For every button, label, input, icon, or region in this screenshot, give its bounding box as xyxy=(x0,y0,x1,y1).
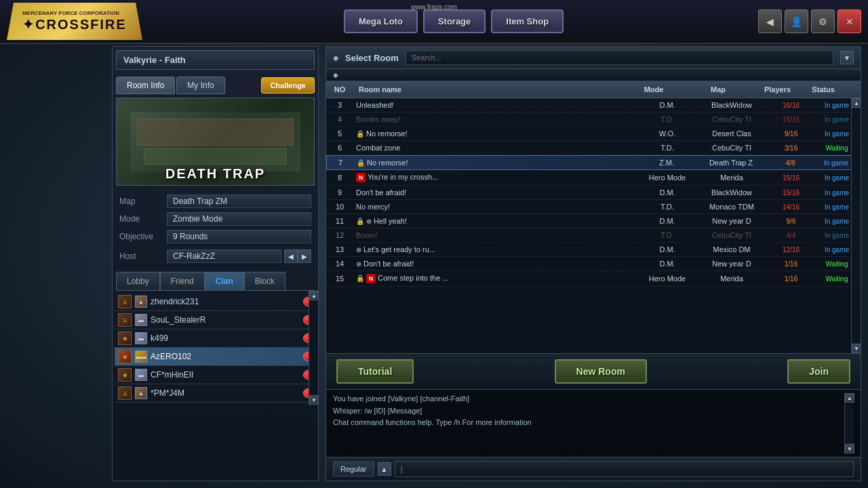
room-name: Unleashed! xyxy=(353,100,640,110)
list-item[interactable]: ⚔ ▬ SouL_StealerR xyxy=(115,311,316,329)
room-no: 15 xyxy=(326,274,353,283)
table-row[interactable]: 7 🔒No remorse! Z.M. Death Trap Z 4/8 In … xyxy=(326,155,861,170)
room-filter-input[interactable] xyxy=(406,50,833,65)
friend-tab[interactable]: Friend xyxy=(160,272,205,290)
room-no: 5 xyxy=(326,129,353,138)
chat-scroll-up[interactable]: ▲ xyxy=(845,393,854,403)
tutorial-button[interactable]: Tutorial xyxy=(336,359,414,384)
room-mode: D.M. xyxy=(640,188,694,197)
room-name: 🔒⊕Hell yeah! xyxy=(353,216,640,226)
room-map: Desert Clas xyxy=(694,129,769,138)
room-no: 10 xyxy=(326,202,353,211)
room-name: ⊕Don't be afraid! xyxy=(353,259,640,268)
map-preview: DEATH TRAP xyxy=(116,98,315,186)
profile-button[interactable]: 👤 xyxy=(785,9,808,33)
list-item[interactable]: ⚔ ▲ zhendrick231 xyxy=(115,293,316,311)
room-no: 11 xyxy=(326,216,353,226)
join-button[interactable]: Join xyxy=(787,359,850,384)
room-name: Boom! xyxy=(353,230,640,240)
challenge-button[interactable]: Challenge xyxy=(261,77,315,94)
table-row[interactable]: 5 🔒No remorse! W.O. Desert Clas 9/16 In … xyxy=(326,127,861,141)
social-tabs: Lobby Friend Clan Block xyxy=(116,272,315,291)
room-scroll-up[interactable]: ▲ xyxy=(852,98,861,108)
room-no: 14 xyxy=(326,259,353,268)
list-item[interactable]: ⚔ ▲ *PM*J4M xyxy=(115,384,316,403)
player-name: AzERO102 xyxy=(151,352,300,361)
tab-my-info[interactable]: My Info xyxy=(176,77,224,94)
room-no: 4 xyxy=(326,115,353,124)
left-panel: Valkyrie - Faith Room Info My Info Chall… xyxy=(112,46,319,481)
room-map: BlackWidow xyxy=(694,100,769,110)
list-item[interactable]: ★ ▬▬ AzERO102 xyxy=(115,348,316,366)
chat-message-1: You have joined [Valkyrie] [channel-Fait… xyxy=(333,393,854,405)
room-players: 15/16 xyxy=(769,188,813,197)
room-name: ⊕Let's get ready to ru... xyxy=(353,245,640,254)
next-room-arrow[interactable]: ▶ xyxy=(298,249,311,263)
room-players: 15/16 xyxy=(769,174,813,182)
block-tab[interactable]: Block xyxy=(244,272,285,290)
table-row[interactable]: 11 🔒⊕Hell yeah! D.M. New year D 9/6 In g… xyxy=(326,214,861,228)
room-mode: T.D. xyxy=(640,230,694,240)
chat-mode-selector[interactable]: Regular xyxy=(333,462,374,476)
chat-scroll-down[interactable]: ▼ xyxy=(845,444,854,453)
player-name: zhendrick231 xyxy=(151,297,300,306)
list-item[interactable]: ★ ▬ CF*mHinEII xyxy=(115,366,316,384)
right-panel: ◆ Select Room ▼ ◆ NO Room name Mode Map … xyxy=(326,46,861,481)
mode-label: Mode xyxy=(119,214,167,224)
table-row[interactable]: 6 Combat zone T.D. CebuCity TI 3/16 Wait… xyxy=(326,141,861,155)
chat-input[interactable] xyxy=(395,461,854,477)
rank-icon: ▲ xyxy=(135,387,147,399)
table-row[interactable]: 14 ⊕Don't be afraid! D.M. New year D 1/1… xyxy=(326,257,861,271)
table-row[interactable]: 10 No mercy! T.D. Monaco TDM 14/16 In ga… xyxy=(326,200,861,214)
list-item[interactable]: ★ ▬ k499 xyxy=(115,329,316,348)
room-select-title: Select Room xyxy=(345,53,399,63)
mega-loto-button[interactable]: Mega Loto xyxy=(344,9,418,33)
table-row[interactable]: 8 NYou're in my crossh... Hero Mode Meri… xyxy=(326,170,861,186)
room-map: CebuCity TI xyxy=(694,230,769,240)
room-mode: D.M. xyxy=(640,245,694,254)
close-button[interactable]: ✕ xyxy=(837,9,861,33)
scroll-up-arrow[interactable]: ▲ xyxy=(309,291,319,300)
room-players: 12/16 xyxy=(769,245,813,254)
logo: MERCENARY FORCE CORPORATION ✦CROSSFIRE xyxy=(7,3,142,40)
player-name: *PM*J4M xyxy=(151,388,300,398)
table-row[interactable]: 9 Don't be afraid! D.M. BlackWidow 15/16… xyxy=(326,186,861,200)
room-mode: T.D. xyxy=(640,202,694,211)
item-shop-button[interactable]: Item Shop xyxy=(491,9,564,33)
room-map: Death Trap Z xyxy=(694,158,768,167)
prev-room-arrow[interactable]: ◀ xyxy=(284,249,298,263)
table-row[interactable]: 3 Unleashed! D.M. BlackWidow 16/16 In ga… xyxy=(326,98,861,113)
room-map: New year D xyxy=(694,259,769,268)
table-row[interactable]: 12 Boom! T.D. CebuCity TI 4/4 In game xyxy=(326,228,861,243)
storage-button[interactable]: Storage xyxy=(423,9,486,33)
new-room-button[interactable]: New Room xyxy=(555,359,647,384)
chat-scrollbar: ▲ ▼ xyxy=(844,393,854,453)
table-header: NO Room name Mode Map Players Status xyxy=(326,81,861,98)
room-players: 4/4 xyxy=(769,231,813,240)
player-icon: ★ xyxy=(118,331,132,345)
table-row[interactable]: 13 ⊕Let's get ready to ru... D.M. Mexico… xyxy=(326,243,861,257)
table-row[interactable]: 15 🔒NCome step into the ... Hero Mode Me… xyxy=(326,271,861,287)
map-label: Map xyxy=(119,197,167,206)
room-name: 🔒NCome step into the ... xyxy=(353,273,640,284)
col-name: Room name xyxy=(353,84,627,95)
scroll-down-arrow[interactable]: ▼ xyxy=(309,395,319,405)
lobby-tab[interactable]: Lobby xyxy=(116,272,160,290)
room-list-body: 3 Unleashed! D.M. BlackWidow 16/16 In ga… xyxy=(326,98,861,353)
chat-mode-arrow[interactable]: ▲ xyxy=(378,462,391,476)
player-list: ⚔ ▲ zhendrick231 ⚔ ▬ SouL_StealerR ★ ▬ k… xyxy=(113,291,318,405)
room-players: 9/6 xyxy=(769,217,813,226)
clan-tab[interactable]: Clan xyxy=(205,272,244,290)
room-name: 🔒No remorse! xyxy=(353,129,640,138)
player-icon: ★ xyxy=(118,350,132,363)
player-icon: ⚔ xyxy=(118,313,132,327)
room-name: Combat zone xyxy=(353,143,640,152)
room-mode: T.D. xyxy=(640,143,694,152)
room-name: 🔒No remorse! xyxy=(354,158,639,167)
settings-button[interactable]: ⚙ xyxy=(811,9,835,33)
room-scroll-down[interactable]: ▼ xyxy=(852,344,861,353)
tab-room-info[interactable]: Room Info xyxy=(116,77,175,94)
table-row[interactable]: 4 Bombs away! T.D. CebuCity TI 16/16 In … xyxy=(326,113,861,127)
filter-arrow[interactable]: ▼ xyxy=(840,51,854,64)
back-button[interactable]: ◀ xyxy=(758,9,782,33)
